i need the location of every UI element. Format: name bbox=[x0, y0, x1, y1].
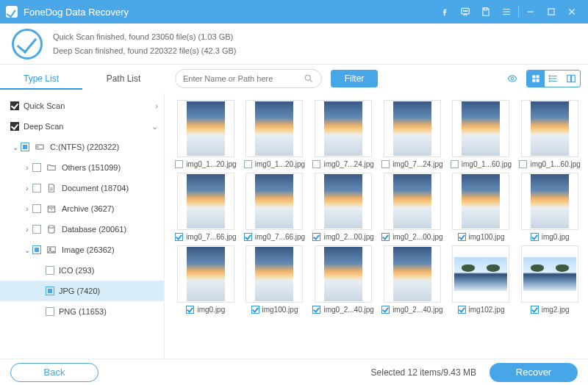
thumb-card[interactable]: img0_1...20.jpg bbox=[173, 100, 238, 168]
tree-drive[interactable]: ⌄ C:(NTFS) (220322) bbox=[0, 137, 164, 157]
thumb-card[interactable]: img0_1...60.jpg bbox=[449, 100, 514, 168]
tree-document[interactable]: › Document (18704) bbox=[0, 178, 164, 198]
checkbox-icon[interactable] bbox=[46, 266, 54, 275]
close-icon[interactable] bbox=[562, 1, 582, 22]
thumb-card[interactable]: img0_7...66.jpg bbox=[173, 173, 238, 241]
checkbox-icon[interactable] bbox=[46, 287, 54, 295]
feedback-icon[interactable] bbox=[455, 1, 476, 22]
thumbnail-image[interactable] bbox=[452, 245, 509, 303]
thumb-card[interactable]: img100.jpg bbox=[449, 173, 514, 241]
thumbnail-image[interactable] bbox=[177, 245, 234, 303]
search-input[interactable] bbox=[183, 74, 304, 83]
thumbnail-image[interactable] bbox=[452, 100, 509, 157]
preview-icon[interactable] bbox=[503, 73, 522, 84]
save-icon[interactable] bbox=[476, 1, 496, 22]
checkbox-icon[interactable] bbox=[458, 233, 466, 241]
thumb-card[interactable]: img0_2...40.jpg bbox=[311, 245, 376, 314]
tree-database[interactable]: › Database (20061) bbox=[0, 219, 164, 240]
checkbox-icon[interactable] bbox=[251, 306, 259, 314]
checkbox-icon[interactable] bbox=[32, 225, 41, 234]
thumb-card[interactable]: img0_1...60.jpg bbox=[517, 100, 582, 168]
thumbnail-image[interactable] bbox=[384, 245, 441, 303]
checkbox-icon[interactable] bbox=[46, 307, 54, 316]
thumb-card[interactable]: img0_1...20.jpg bbox=[243, 100, 307, 168]
checkbox-icon[interactable] bbox=[175, 160, 183, 168]
checkbox-icon[interactable] bbox=[519, 160, 527, 168]
thumbnail-image[interactable] bbox=[177, 173, 234, 230]
thumb-card[interactable]: img0_7...66.jpg bbox=[243, 173, 307, 241]
thumb-card[interactable]: img0_7...24.jpg bbox=[311, 100, 376, 168]
view-grid-icon[interactable] bbox=[527, 71, 545, 87]
thumbnail-image[interactable] bbox=[245, 173, 303, 230]
checkbox-icon[interactable] bbox=[381, 306, 390, 314]
checkbox-icon[interactable] bbox=[312, 306, 320, 314]
tree-jpg[interactable]: JPG (7420) bbox=[0, 281, 164, 301]
thumbnail-grid-wrap[interactable]: img0_1...20.jpgimg0_1...20.jpgimg0_7...2… bbox=[165, 93, 588, 359]
thumbnail-image[interactable] bbox=[384, 100, 441, 157]
thumb-card[interactable]: img100.jpg bbox=[243, 245, 307, 314]
checkbox-icon[interactable] bbox=[312, 233, 320, 241]
chevron-right-icon[interactable]: › bbox=[155, 101, 158, 110]
thumbnail-image[interactable] bbox=[245, 100, 303, 157]
checkbox-icon[interactable] bbox=[32, 245, 41, 254]
checkbox-icon[interactable] bbox=[244, 160, 252, 168]
thumb-card[interactable]: img0_7...24.jpg bbox=[380, 100, 445, 168]
thumbnail-image[interactable] bbox=[384, 173, 441, 230]
tab-type-list[interactable]: Type List bbox=[0, 68, 82, 90]
checkbox-icon[interactable] bbox=[458, 306, 466, 314]
checkbox-icon[interactable] bbox=[10, 122, 19, 131]
thumbnail-image[interactable] bbox=[245, 245, 303, 303]
thumbnail-image[interactable] bbox=[521, 245, 578, 303]
tree-image[interactable]: ⌄ Image (26362) bbox=[0, 240, 164, 260]
checkbox-icon[interactable] bbox=[312, 160, 320, 168]
checkbox-icon[interactable] bbox=[381, 160, 390, 168]
thumb-card[interactable]: img0_2...00.jpg bbox=[311, 173, 376, 241]
checkbox-icon[interactable] bbox=[531, 233, 539, 241]
checkbox-icon[interactable] bbox=[381, 233, 390, 241]
back-button[interactable]: Back bbox=[10, 363, 98, 382]
search-box[interactable] bbox=[175, 69, 322, 88]
chevron-right-icon[interactable]: › bbox=[22, 184, 32, 192]
checkbox-icon[interactable] bbox=[32, 204, 41, 213]
thumb-card[interactable]: img2.jpg bbox=[517, 245, 582, 314]
checkbox-icon[interactable] bbox=[244, 233, 252, 241]
checkbox-icon[interactable] bbox=[32, 163, 41, 172]
checkbox-icon[interactable] bbox=[21, 143, 29, 151]
checkbox-icon[interactable] bbox=[186, 306, 194, 314]
chevron-down-icon[interactable]: ⌄ bbox=[151, 122, 158, 132]
thumbnail-image[interactable] bbox=[315, 245, 372, 303]
thumbnail-image[interactable] bbox=[315, 173, 372, 230]
recover-button[interactable]: Recover bbox=[490, 363, 578, 382]
thumb-card[interactable]: img0.jpg bbox=[517, 173, 582, 241]
chevron-down-icon[interactable]: ⌄ bbox=[10, 143, 21, 151]
facebook-icon[interactable] bbox=[434, 1, 455, 22]
thumbnail-image[interactable] bbox=[521, 100, 578, 157]
tree-png[interactable]: PNG (11653) bbox=[0, 301, 164, 322]
checkbox-icon[interactable] bbox=[451, 160, 459, 168]
thumb-card[interactable]: img0.jpg bbox=[173, 245, 238, 314]
chevron-right-icon[interactable]: › bbox=[22, 205, 32, 213]
maximize-icon[interactable] bbox=[541, 1, 562, 22]
chevron-right-icon[interactable]: › bbox=[22, 226, 32, 234]
thumb-card[interactable]: img102.jpg bbox=[449, 245, 514, 314]
thumbnail-image[interactable] bbox=[315, 100, 372, 157]
tab-path-list[interactable]: Path List bbox=[82, 68, 165, 90]
tree-archive[interactable]: › Archive (3627) bbox=[0, 198, 164, 219]
menu-icon[interactable] bbox=[496, 1, 517, 22]
tree-quick-scan[interactable]: Quick Scan › bbox=[0, 96, 164, 116]
view-list-icon[interactable] bbox=[545, 71, 562, 87]
tree-others[interactable]: › Others (151099) bbox=[0, 157, 164, 178]
chevron-down-icon[interactable]: ⌄ bbox=[22, 246, 32, 254]
chevron-right-icon[interactable]: › bbox=[22, 164, 32, 172]
view-detail-icon[interactable] bbox=[562, 71, 580, 87]
checkbox-icon[interactable] bbox=[175, 233, 183, 241]
checkbox-icon[interactable] bbox=[10, 101, 19, 110]
checkbox-icon[interactable] bbox=[32, 184, 41, 192]
checkbox-icon[interactable] bbox=[531, 306, 539, 314]
thumbnail-image[interactable] bbox=[452, 173, 509, 230]
tree-ico[interactable]: ICO (293) bbox=[0, 260, 164, 281]
thumbnail-image[interactable] bbox=[521, 173, 578, 230]
filter-button[interactable]: Filter bbox=[331, 70, 378, 87]
thumb-card[interactable]: img0_2...00.jpg bbox=[380, 173, 445, 241]
thumbnail-image[interactable] bbox=[177, 100, 234, 157]
